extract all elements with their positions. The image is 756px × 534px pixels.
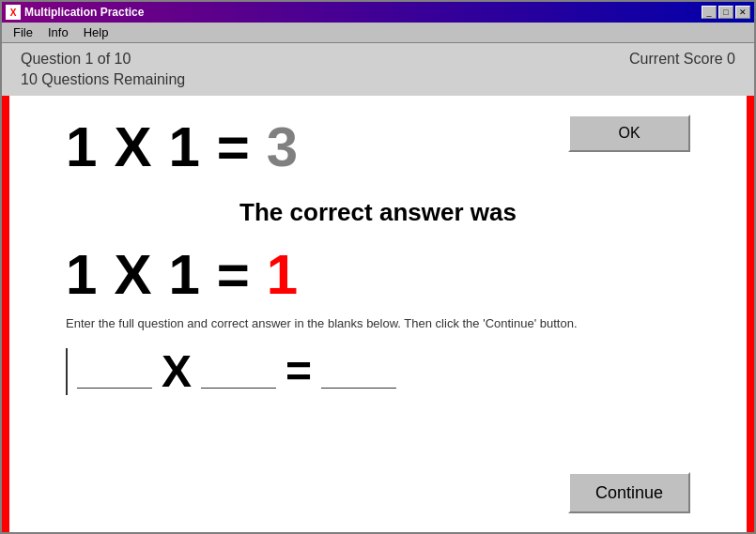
score-row-bottom: 10 Questions Remaining <box>21 71 735 88</box>
questions-remaining-label: 10 Questions Remaining <box>21 71 185 88</box>
input-divider <box>66 348 68 395</box>
correct-eq-times: X <box>114 242 151 307</box>
correct-answer-label: The correct answer was <box>47 198 709 227</box>
menu-bar: File Info Help <box>2 23 754 43</box>
correct-equation-row: 1 X 1 = 1 <box>66 242 298 307</box>
eq-num1: 1 <box>66 114 97 179</box>
menu-item-info[interactable]: Info <box>40 23 76 41</box>
eq-equals: = <box>217 114 250 179</box>
correct-eq-num1: 1 <box>66 242 97 307</box>
window-title: Multiplication Practice <box>24 6 144 19</box>
current-score-label: Current Score 0 <box>629 51 735 68</box>
correct-eq-equals: = <box>217 242 250 307</box>
eq-wrong-answer: 3 <box>267 114 298 179</box>
input-times: X <box>162 345 192 397</box>
input-row: X = <box>66 345 728 397</box>
equation-row: 1 X 1 = 3 <box>66 114 298 179</box>
menu-item-file[interactable]: File <box>6 23 40 41</box>
ok-button[interactable]: OK <box>568 114 690 152</box>
app-icon: X <box>6 5 21 20</box>
menu-item-help[interactable]: Help <box>76 23 116 41</box>
input-num2[interactable] <box>201 355 276 389</box>
title-buttons: _ □ ✕ <box>702 6 750 19</box>
correct-eq-num2: 1 <box>168 242 199 307</box>
input-num1[interactable] <box>77 355 152 389</box>
maximize-button[interactable]: □ <box>718 6 733 19</box>
main-window: X Multiplication Practice _ □ ✕ File Inf… <box>0 0 756 534</box>
question-label: Question 1 of 10 <box>21 51 131 68</box>
input-answer[interactable] <box>321 355 396 389</box>
input-equals: = <box>285 345 312 397</box>
title-bar: X Multiplication Practice _ □ ✕ <box>2 2 754 23</box>
correct-eq-answer: 1 <box>267 242 298 307</box>
main-content: 1 X 1 = 3 OK The correct answer was 1 X … <box>2 96 754 532</box>
eq-num2: 1 <box>168 114 199 179</box>
continue-button[interactable]: Continue <box>568 472 690 513</box>
title-bar-left: X Multiplication Practice <box>6 5 144 20</box>
minimize-button[interactable]: _ <box>702 6 717 19</box>
close-button[interactable]: ✕ <box>735 6 750 19</box>
eq-times: X <box>114 114 151 179</box>
instruction-text: Enter the full question and correct answ… <box>66 316 578 330</box>
score-row-top: Question 1 of 10 Current Score 0 <box>21 51 735 68</box>
score-header: Question 1 of 10 Current Score 0 10 Ques… <box>2 43 754 96</box>
